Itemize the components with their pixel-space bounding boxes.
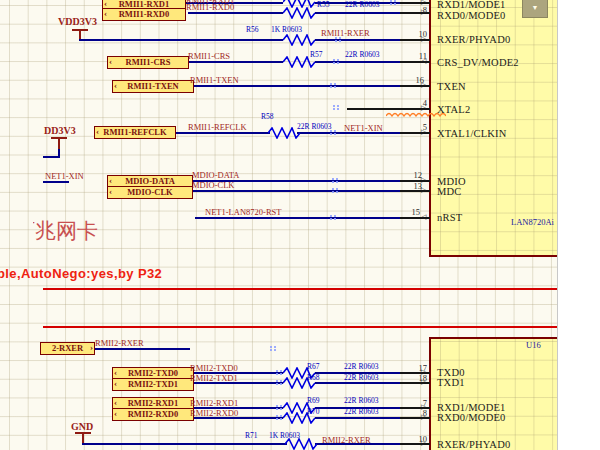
port-label: RMII1-TXEN	[127, 82, 178, 91]
chevron-down-icon: ▼	[532, 5, 539, 12]
resistor-value[interactable]: 22R R0603	[344, 363, 378, 371]
port-chevron-icon: ‹	[104, 0, 107, 8]
net-label[interactable]: RMII1-RXD0	[186, 3, 234, 12]
pin-arrow-icon: ▷	[421, 177, 426, 184]
resistor-refdes[interactable]: R58	[261, 113, 274, 121]
net-label[interactable]: RMII2-RXER	[95, 339, 144, 348]
comment-text: ble,AutoNego:yes,by P32	[0, 266, 162, 281]
wire[interactable]	[82, 443, 287, 445]
power-label-vdd3v3-cut[interactable]: DD3V3	[44, 126, 76, 136]
pin-arrow-icon: ▷	[421, 105, 426, 112]
sheet-region-line-bottom	[43, 326, 557, 328]
wire[interactable]	[79, 39, 283, 41]
pin-arrow-icon: ▷	[421, 187, 426, 194]
port-rmii1-crs[interactable]: ‹RMII1-CRS	[107, 56, 189, 69]
port-chevron-icon: ‹	[96, 127, 99, 136]
port-chevron-icon: ‹	[109, 187, 112, 196]
resistor-refdes[interactable]: R71	[245, 432, 258, 440]
resistor-refdes[interactable]: R67	[307, 363, 320, 371]
wire[interactable]	[315, 12, 400, 14]
pin-name: TXD1	[437, 378, 465, 389]
resistor-symbol-r55[interactable]	[283, 7, 315, 19]
resistor-refdes[interactable]: R70	[307, 408, 320, 416]
gnd-power-stem	[82, 434, 84, 443]
pin-arrow-icon: ▷	[421, 369, 426, 376]
port-chevron-icon: ‹	[109, 176, 112, 185]
pin-number: 13	[400, 182, 422, 191]
pin-name: TXEN	[437, 82, 466, 93]
pin-wire[interactable]	[347, 108, 430, 110]
net-label[interactable]: MDIO-CLK	[192, 181, 235, 190]
port-rmii2-rxd0[interactable]: ‹RMII2-RXD0	[112, 408, 194, 421]
wire[interactable]	[315, 417, 400, 419]
net-label[interactable]: RMII2-RXD0	[190, 409, 238, 418]
resistor-refdes[interactable]: R68	[307, 374, 320, 382]
wire[interactable]	[315, 382, 400, 384]
pin-arrow-icon: ◁	[421, 214, 426, 221]
pin-name: RXER/PHYAD0	[437, 440, 510, 450]
pin-arrow-icon: ▷	[421, 36, 426, 43]
resistor-refdes[interactable]: R57	[310, 51, 323, 59]
net-label[interactable]: RMII1-TXEN	[190, 76, 239, 85]
pin-name: RXER/PHYAD0	[437, 35, 510, 46]
port-chevron-icon: ‹	[104, 9, 107, 18]
resistor-symbol-r58[interactable]	[268, 127, 300, 139]
port-label: RMII2-RXD1	[128, 399, 179, 408]
port-label: RMII1-REFCLK	[103, 128, 166, 137]
port-label: RMII1-CRS	[126, 58, 171, 67]
net-label[interactable]: RMII1-RXER	[321, 29, 370, 38]
net-label[interactable]: RMII1-REFCLK	[188, 123, 247, 132]
snap-mark	[335, 37, 337, 39]
port-chevron-icon: ‹	[114, 398, 117, 407]
net-label[interactable]: RMII1-CRS	[188, 52, 230, 61]
resistor-value[interactable]: 22R R0603	[344, 408, 378, 416]
power-label-gnd[interactable]: GND	[71, 422, 93, 432]
pin-arrow-icon: ▷	[421, 440, 426, 447]
resistor-value[interactable]: 22R R0603	[345, 51, 379, 59]
net-label[interactable]: NET1-XIN	[344, 124, 383, 133]
net-label[interactable]: RMII2-RXD1	[190, 399, 238, 408]
net-label[interactable]: NET1-XIN	[45, 172, 84, 181]
resistor-value[interactable]: 22R R0603	[345, 1, 379, 9]
net-label[interactable]: RMII2-TXD1	[190, 374, 238, 383]
wire[interactable]	[315, 39, 400, 41]
net-label[interactable]: MDIO-DATA	[192, 171, 239, 180]
net-label[interactable]: RMII2-TXD0	[190, 364, 238, 373]
resistor-symbol-r56[interactable]	[283, 34, 315, 46]
net-label[interactable]: NET1-LAN8720-RST	[205, 208, 282, 217]
resistor-refdes[interactable]: R56	[246, 26, 259, 34]
dropdown-button[interactable]: ▼	[522, 0, 548, 18]
port-rmii2-txd1[interactable]: ‹RMII2-TXD1	[112, 378, 194, 391]
resistor-refdes[interactable]: R55	[317, 1, 330, 9]
resistor-value[interactable]: 22R R0603	[344, 374, 378, 382]
snap-mark	[270, 346, 272, 348]
chip1-part-label: LAN8720Ai	[511, 218, 554, 227]
snap-mark	[330, 215, 332, 217]
pin-name: XTAL1/CLKIN	[437, 129, 507, 140]
port-rmii1-rxd0[interactable]: ‹RMII1-RXD0	[102, 8, 186, 21]
pin-arrow-icon: ▷	[421, 9, 426, 16]
port-mdio-clk[interactable]: ‹MDIO-CLK	[107, 186, 193, 199]
port-chevron-icon: ‹	[114, 379, 117, 388]
resistor-refdes[interactable]: R69	[307, 397, 320, 405]
power-label-vdd3v3[interactable]: VDD3V3	[58, 17, 97, 27]
port-chevron-icon: ‹	[114, 409, 117, 418]
pin-name: RXD0/MODE0	[437, 11, 506, 22]
wire[interactable]	[315, 61, 400, 63]
resistor-value[interactable]: 1K R0603	[269, 432, 300, 440]
pin-arrow-icon: ▷	[421, 129, 426, 136]
sheet-region-line-top	[43, 288, 557, 290]
resistor-value[interactable]: 1K R0603	[271, 26, 302, 34]
port-rmii1-refclk[interactable]: ‹RMII1-REFCLK	[94, 126, 176, 139]
resistor-value[interactable]: 22R R0603	[344, 397, 378, 405]
snap-mark	[276, 370, 278, 372]
port-rmii1-txen[interactable]: ‹RMII1-TXEN	[112, 80, 194, 93]
port-rmii2-rxer[interactable]: 2-RXER‹	[40, 342, 95, 355]
chip-lan8720a-u16[interactable]	[429, 337, 557, 450]
pin-arrow-icon: ▷	[421, 404, 426, 411]
resistor-value[interactable]: 22R R0603	[297, 123, 331, 131]
port-label: RMII2-RXD0	[128, 410, 179, 419]
wire[interactable]	[43, 156, 60, 158]
schematic-sheet[interactable]: LAN8720Ai U16 百兆网卡 ble,AutoNego:yes,by P…	[0, 0, 557, 450]
net-label[interactable]: RMII2-RXER	[322, 436, 371, 445]
